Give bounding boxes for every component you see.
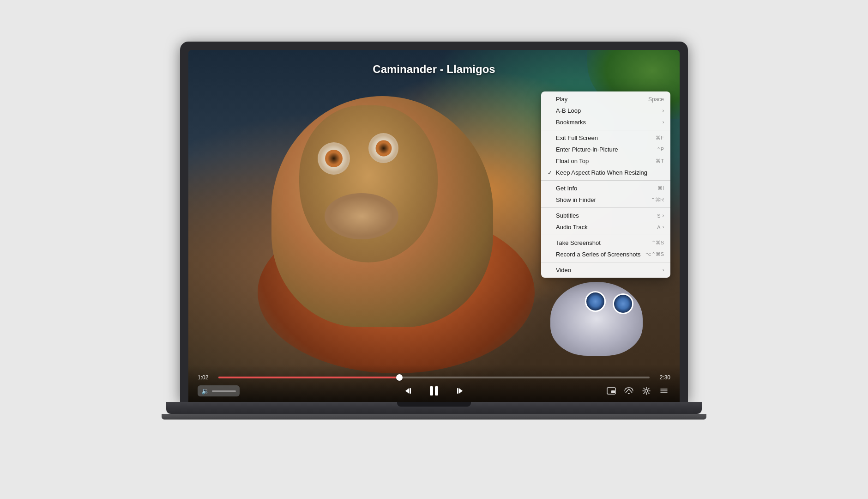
laptop-screen: Caminander - Llamigos Play Space [180, 42, 688, 402]
laptop-bottom-bar [162, 414, 706, 420]
menu-item-keep-aspect[interactable]: ✓ Keep Aspect Ratio When Resizing [541, 167, 670, 178]
menu-arrow-subtitles: › [663, 213, 664, 218]
llama-snout [325, 193, 398, 239]
menu-label-float-top: Float on Top [556, 158, 589, 164]
menu-label-exit-fullscreen: Exit Full Screen [556, 134, 598, 141]
time-total: 2:30 [654, 374, 670, 381]
menu-item-play[interactable]: Play Space [541, 93, 670, 105]
separator-2 [541, 180, 670, 181]
controls-center [402, 382, 466, 400]
menu-shortcut-audio-track: A [657, 225, 660, 230]
controls-right [605, 384, 670, 397]
menu-shortcut-exit-fullscreen: ⌘F [656, 135, 664, 141]
menu-label-get-info: Get Info [556, 185, 577, 192]
separator-3 [541, 207, 670, 208]
svg-point-9 [645, 389, 648, 392]
menu-item-audio-track[interactable]: Audio Track A › [541, 221, 670, 233]
menu-shortcut-subtitles: S [657, 213, 660, 219]
skip-back-button[interactable] [402, 383, 416, 398]
menu-label-video: Video [556, 267, 571, 274]
menu-arrow-audio-track: › [663, 225, 664, 230]
menu-item-subtitles[interactable]: Subtitles S › [541, 210, 670, 221]
menu-item-show-finder[interactable]: Show in Finder ⌃⌘R [541, 194, 670, 206]
controls-row: 🔉 [198, 384, 670, 397]
menu-label-record-screenshots: Record a Series of Screenshots [556, 251, 641, 258]
menu-arrow-video: › [663, 268, 664, 273]
svg-marker-8 [627, 393, 630, 394]
svg-marker-4 [459, 388, 463, 394]
separator-1 [541, 130, 670, 130]
menu-shortcut-float-top: ⌘T [656, 158, 664, 164]
laptop-base [166, 402, 702, 414]
chapters-button[interactable] [657, 384, 670, 397]
volume-button[interactable]: 🔉 [198, 385, 240, 396]
menu-label-play: Play [556, 96, 567, 103]
svg-rect-1 [410, 388, 411, 394]
settings-button[interactable] [640, 384, 653, 397]
video-player[interactable]: Caminander - Llamigos Play Space [188, 50, 680, 402]
menu-shortcut-pip: ⌃P [657, 146, 664, 152]
menu-label-show-finder: Show in Finder [556, 196, 596, 203]
controls-left: 🔉 [198, 385, 240, 396]
checkmark-keep-aspect: ✓ [548, 170, 554, 176]
laptop-notch [397, 402, 471, 407]
menu-item-exit-fullscreen[interactable]: Exit Full Screen ⌘F [541, 132, 670, 144]
menu-shortcut-record-screenshots: ⌥⌃⌘S [645, 251, 664, 257]
menu-shortcut-play: Space [648, 96, 664, 103]
menu-item-get-info[interactable]: Get Info ⌘I [541, 183, 670, 194]
laptop-container: Caminander - Llamigos Play Space [157, 42, 711, 457]
video-title: Caminander - Llamigos [188, 63, 680, 76]
svg-rect-2 [430, 386, 433, 396]
time-current: 1:02 [198, 374, 214, 381]
progress-track[interactable] [218, 377, 650, 378]
menu-item-video[interactable]: Video › [541, 264, 670, 276]
menu-item-ab-loop[interactable]: A-B Loop › [541, 105, 670, 116]
menu-label-subtitles: Subtitles [556, 212, 579, 219]
menu-shortcut-screenshot: ⌃⌘S [651, 240, 664, 246]
llama-eye-right [368, 133, 398, 163]
progress-bar-container: 1:02 2:30 [198, 374, 670, 381]
context-menu: Play Space A-B Loop › [541, 91, 670, 278]
menu-label-keep-aspect: Keep Aspect Ratio When Resizing [556, 169, 647, 176]
menu-shortcut-show-finder: ⌃⌘R [651, 197, 664, 203]
small-creature-eye-right [613, 293, 633, 314]
menu-label-audio-track: Audio Track [556, 224, 588, 231]
menu-shortcut-get-info: ⌘I [657, 185, 664, 191]
controls-overlay: 1:02 2:30 🔉 [188, 365, 680, 402]
separator-4 [541, 235, 670, 235]
menu-item-pip[interactable]: Enter Picture-in-Picture ⌃P [541, 144, 670, 155]
airplay-button[interactable] [622, 384, 635, 397]
small-creature-eye-left [585, 291, 606, 312]
svg-rect-7 [611, 390, 615, 393]
progress-thumb[interactable] [396, 374, 403, 381]
menu-arrow-ab-loop: › [663, 108, 664, 113]
menu-item-bookmarks[interactable]: Bookmarks › [541, 116, 670, 128]
menu-label-bookmarks: Bookmarks [556, 119, 586, 126]
pip-button[interactable] [605, 384, 618, 397]
menu-item-screenshot[interactable]: Take Screenshot ⌃⌘S [541, 237, 670, 249]
menu-label-pip: Enter Picture-in-Picture [556, 146, 618, 153]
svg-rect-3 [435, 386, 438, 396]
llama-eye-left [318, 142, 350, 175]
menu-arrow-bookmarks: › [663, 120, 664, 125]
menu-label-screenshot: Take Screenshot [556, 239, 601, 246]
volume-bar[interactable] [212, 390, 236, 392]
svg-rect-5 [457, 388, 458, 394]
menu-item-float-top[interactable]: Float on Top ⌘T [541, 155, 670, 167]
volume-icon: 🔉 [201, 387, 209, 395]
separator-5 [541, 262, 670, 262]
skip-forward-button[interactable] [452, 383, 466, 398]
menu-item-record-screenshots[interactable]: Record a Series of Screenshots ⌥⌃⌘S [541, 249, 670, 260]
svg-marker-0 [405, 388, 409, 394]
menu-label-ab-loop: A-B Loop [556, 107, 581, 114]
pause-button[interactable] [425, 382, 443, 400]
screen-inner: Caminander - Llamigos Play Space [188, 50, 680, 402]
progress-fill [218, 377, 399, 378]
